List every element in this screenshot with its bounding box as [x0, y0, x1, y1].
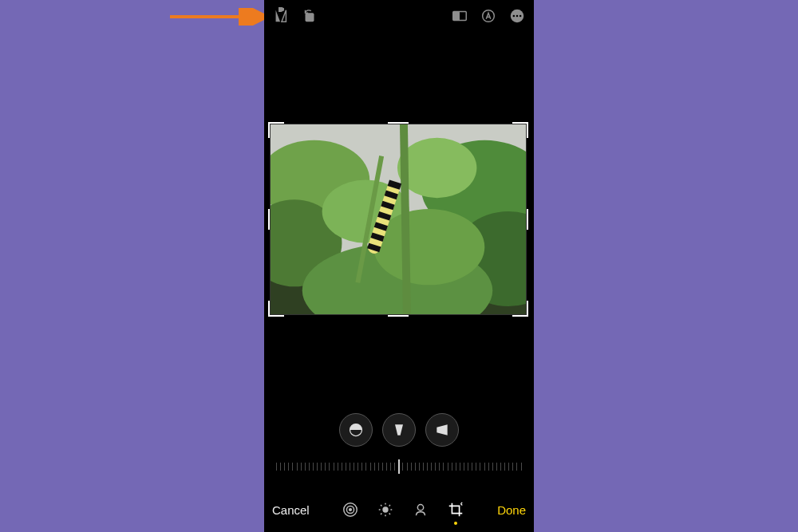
svg-point-31 [383, 506, 389, 512]
cancel-button[interactable]: Cancel [272, 503, 310, 517]
more-button[interactable] [508, 7, 526, 25]
filters-tab[interactable] [377, 501, 394, 518]
crop-handle-tr[interactable] [512, 122, 528, 138]
perspective-vertical-button[interactable] [382, 413, 416, 447]
adjust-tab[interactable] [342, 501, 359, 518]
editor-bottom-bar: Cancel [264, 495, 534, 524]
crop-handle-top[interactable] [388, 122, 409, 124]
crop-handle-tl[interactable] [268, 122, 284, 138]
rotate-button[interactable] [301, 7, 318, 25]
editor-mode-tabs [342, 501, 464, 518]
markup-button[interactable] [480, 7, 497, 25]
svg-point-32 [418, 505, 424, 510]
perspective-horizontal-button[interactable] [425, 413, 459, 447]
straighten-button[interactable] [339, 413, 373, 447]
crop-handle-right[interactable] [527, 209, 528, 230]
perspective-controls [264, 413, 534, 447]
photo-preview [270, 124, 527, 315]
svg-rect-1 [306, 13, 314, 22]
tutorial-canvas: Cancel [0, 0, 798, 532]
editor-top-bar [264, 0, 534, 32]
svg-point-18 [373, 209, 484, 285]
callout-arrow [170, 8, 274, 26]
crop-handle-br[interactable] [512, 301, 528, 317]
angle-center-marker [398, 459, 400, 474]
done-button[interactable]: Done [497, 503, 526, 517]
svg-point-7 [516, 15, 519, 18]
crop-stage[interactable] [270, 124, 527, 315]
portrait-light-tab[interactable] [412, 501, 429, 518]
crop-handle-bl[interactable] [268, 301, 284, 317]
flip-horizontal-button[interactable] [272, 7, 290, 25]
angle-slider[interactable] [276, 456, 522, 480]
crop-tab[interactable] [447, 501, 464, 518]
crop-handle-left[interactable] [268, 209, 270, 230]
svg-point-30 [350, 509, 352, 511]
crop-handle-bottom[interactable] [388, 315, 409, 317]
svg-point-8 [519, 15, 522, 18]
svg-point-17 [397, 138, 476, 198]
svg-rect-3 [453, 12, 460, 21]
aspect-ratio-button[interactable] [451, 7, 468, 25]
svg-point-6 [513, 15, 516, 18]
